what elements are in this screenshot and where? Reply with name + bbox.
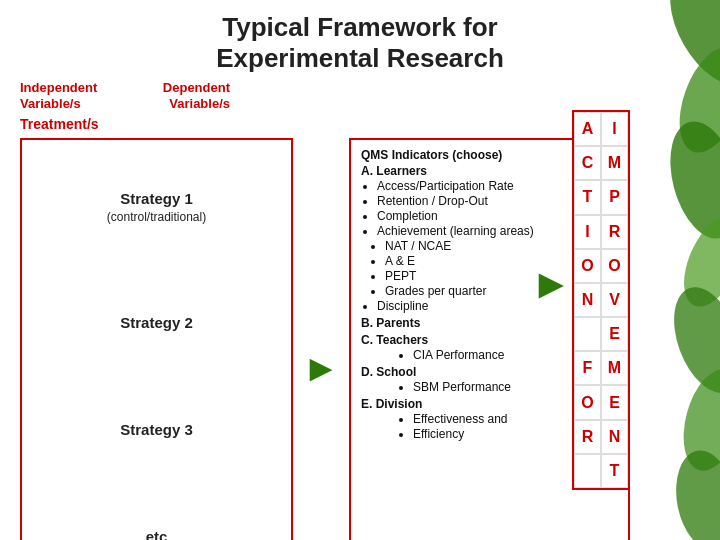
title-line2: Experimental Research bbox=[216, 43, 504, 73]
header-spacer bbox=[238, 80, 278, 111]
strategy-box: Strategy 1(control/traditional) Strategy… bbox=[20, 138, 293, 540]
left-header-group: IndependentVariable/s DependentVariable/… bbox=[20, 80, 230, 111]
main-title: Typical Framework for Experimental Resea… bbox=[20, 12, 700, 74]
strategy-2: Strategy 2 bbox=[28, 310, 285, 335]
action-c: C bbox=[574, 146, 601, 180]
treatment-label: Treatment/s bbox=[20, 116, 230, 132]
action-e2: E bbox=[601, 385, 628, 419]
svg-point-6 bbox=[669, 446, 720, 540]
action-o1: O bbox=[574, 249, 601, 283]
right-arrow-icon: ► bbox=[302, 349, 340, 387]
title-area: Typical Framework for Experimental Resea… bbox=[0, 0, 720, 80]
action-f: F bbox=[574, 351, 601, 385]
action-n: N bbox=[574, 283, 601, 317]
dependent-header: DependentVariable/s bbox=[130, 80, 230, 111]
action-a: A bbox=[574, 112, 601, 146]
strategy-etc: etc bbox=[28, 524, 285, 540]
action-n: N bbox=[601, 420, 628, 454]
content-area: Strategy 1(control/traditional) Strategy… bbox=[20, 138, 630, 540]
action-o2: O bbox=[601, 249, 628, 283]
page: Typical Framework for Experimental Resea… bbox=[0, 0, 720, 540]
treatment-label-wrapper: Treatment/s bbox=[20, 116, 230, 132]
action-r: R bbox=[574, 420, 601, 454]
action-m2: M bbox=[601, 351, 628, 385]
strategy-1: Strategy 1(control/traditional) bbox=[28, 186, 285, 228]
title-line1: Typical Framework for bbox=[222, 12, 498, 42]
arrow-right-icon: ► bbox=[530, 260, 572, 308]
action-i2: I bbox=[574, 215, 601, 249]
arrow-left: ► bbox=[301, 138, 341, 540]
independent-label: IndependentVariable/s bbox=[20, 80, 120, 111]
action-v: V bbox=[601, 283, 628, 317]
plant-svg bbox=[640, 0, 720, 540]
dependent-label: DependentVariable/s bbox=[130, 80, 230, 111]
action-e1: E bbox=[601, 317, 628, 351]
action-r: R bbox=[601, 215, 628, 249]
action-m: M bbox=[601, 146, 628, 180]
action-o3: O bbox=[574, 385, 601, 419]
action-i1: I bbox=[601, 112, 628, 146]
action-blank1 bbox=[574, 317, 601, 351]
action-t: T bbox=[574, 180, 601, 214]
variable-headers-row: IndependentVariable/s DependentVariable/… bbox=[20, 80, 630, 111]
action-improvement-box: A I C M T P I R O O N V E F M O E R N T bbox=[572, 110, 630, 490]
action-t2: T bbox=[601, 454, 628, 488]
right-header-space bbox=[286, 80, 630, 111]
independent-header: IndependentVariable/s bbox=[20, 80, 120, 111]
action-p: P bbox=[601, 180, 628, 214]
strategy-3: Strategy 3 bbox=[28, 417, 285, 442]
action-blank2 bbox=[574, 454, 601, 488]
strategy-1-sub: (control/traditional) bbox=[107, 210, 206, 224]
plant-decoration-right bbox=[640, 0, 720, 540]
